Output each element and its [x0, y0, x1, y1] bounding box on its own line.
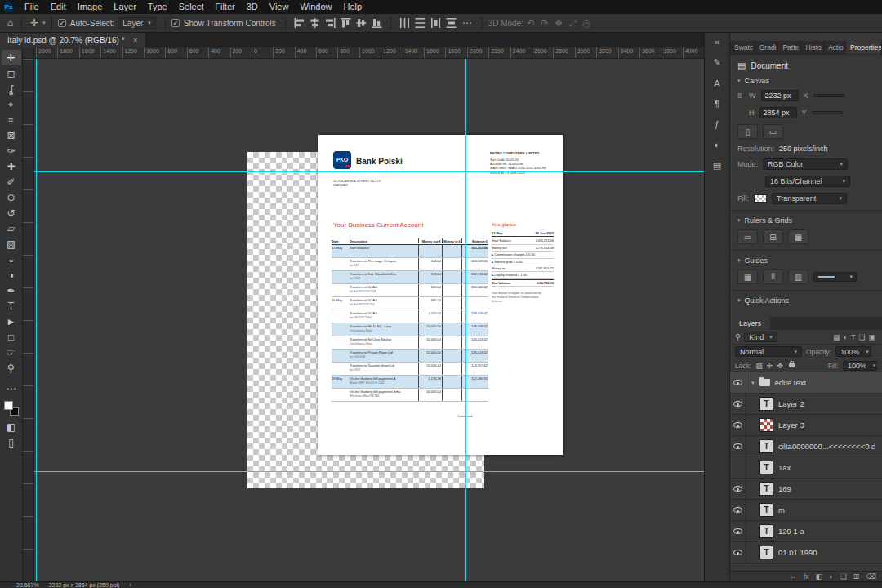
move-tool[interactable]: ✛ [2, 50, 21, 65]
move-tool-preset-icon[interactable]: ✛ [28, 17, 41, 29]
align-center-vertical-icon[interactable] [356, 18, 367, 28]
group-expand-icon[interactable]: ▾ [751, 380, 755, 386]
guides-section-header[interactable]: ▾ Guides [737, 256, 875, 265]
menu-item[interactable]: Window [294, 2, 337, 11]
layer-row[interactable]: T cilta0000000...<<<<<<<<0 d [730, 436, 882, 457]
visibility-toggle[interactable] [730, 500, 746, 520]
dodge-tool[interactable]: ◑ [2, 267, 21, 283]
delete-layer-icon[interactable]: ⌫ [866, 572, 876, 581]
gradient-tool[interactable]: ▧ [2, 236, 21, 252]
layers-tab[interactable]: Layers [730, 317, 770, 330]
lasso-tool[interactable]: ʆ [2, 81, 21, 96]
panel-tab[interactable]: Gradi [755, 41, 779, 54]
collapse-panels-icon[interactable]: « [715, 37, 719, 47]
align-left-icon[interactable] [294, 18, 305, 28]
layer-row[interactable]: T 169 [730, 479, 882, 500]
menu-item[interactable]: Edit [45, 2, 72, 11]
toggle-rulers-icon[interactable]: ▭ [737, 229, 758, 244]
panel-tab[interactable]: Swatc [730, 41, 755, 54]
landscape-orientation-icon[interactable]: ▭ [763, 124, 783, 139]
patterns-panel-icon[interactable]: ▤ [713, 160, 721, 171]
glyphs-panel-icon[interactable]: ƒ [715, 119, 719, 129]
align-bottom-icon[interactable] [372, 18, 382, 28]
y-field[interactable] [812, 111, 843, 114]
layer-row[interactable]: T 129 1 a [730, 521, 882, 542]
auto-select-checkbox[interactable]: ✓ [58, 19, 66, 27]
blur-tool[interactable]: ◒ [2, 252, 21, 267]
menu-item[interactable]: File [19, 2, 45, 11]
object-selection-tool[interactable]: ⌖ [2, 96, 21, 112]
filter-adjustment-layers-icon[interactable]: ◐ [841, 333, 849, 341]
filter-pixel-layers-icon[interactable]: ▦ [831, 333, 842, 341]
portrait-orientation-icon[interactable]: ▯ [737, 124, 758, 139]
home-icon[interactable]: ⌂ [5, 17, 16, 29]
lock-transparency-icon[interactable]: ▨ [755, 362, 763, 370]
toggle-grid-icon[interactable]: ⊞ [763, 229, 783, 244]
visibility-toggle[interactable] [730, 372, 746, 393]
guide-horizontal[interactable] [34, 471, 704, 472]
panel-tab[interactable]: Actio [824, 41, 846, 54]
type-tool[interactable]: T [2, 298, 21, 314]
menu-item[interactable]: Image [72, 2, 109, 11]
document-canvas[interactable]: PKO Bank Polski 15 PULAWSKA STREET/16-57… [318, 135, 564, 455]
menu-item[interactable]: View [264, 2, 295, 11]
color-mode-dropdown[interactable]: RGB Color▾ [763, 158, 848, 170]
clone-stamp-tool[interactable]: ⊙ [2, 189, 21, 205]
layer-row[interactable]: T 01.01.1990 [730, 542, 882, 564]
brush-settings-icon[interactable]: ✎ [713, 57, 720, 68]
rectangular-marquee-tool[interactable]: ◻ [2, 65, 21, 81]
menu-item[interactable]: Layer [108, 2, 142, 11]
character-panel-icon[interactable]: A [714, 78, 719, 88]
panel-tab[interactable]: Patte [778, 41, 801, 54]
close-icon[interactable]: × [133, 35, 138, 45]
history-brush-tool[interactable]: ↺ [2, 205, 21, 220]
distribute-horizontal-space-icon[interactable] [430, 18, 441, 28]
layer-effects-icon[interactable]: fx [804, 572, 809, 581]
lock-pixels-icon[interactable]: ✛ [767, 362, 773, 370]
guide-style-dropdown[interactable]: ▾ [813, 272, 858, 282]
link-dimensions-icon[interactable]: 8 [737, 91, 744, 100]
pen-tool[interactable]: ✒ [2, 283, 21, 298]
foreground-color-swatch[interactable] [4, 401, 13, 410]
opacity-dropdown[interactable]: 100%▾ [835, 346, 871, 357]
quick-actions-section-header[interactable]: ▾ Quick Actions [737, 296, 875, 305]
kind-filter-dropdown[interactable]: Kind▾ [744, 332, 777, 342]
frame-tool[interactable]: ⊠ [2, 127, 21, 143]
path-selection-tool[interactable]: ► [2, 314, 21, 329]
screen-mode-icon[interactable]: ▯ [2, 434, 21, 450]
menu-item[interactable]: 3D [241, 2, 264, 11]
more-options-icon[interactable]: ⋯ [459, 17, 476, 29]
show-transform-checkbox[interactable]: ✓ [172, 19, 180, 27]
layer-row[interactable]: T m [730, 500, 882, 521]
align-center-horizontal-icon[interactable] [310, 18, 320, 28]
brush-tool[interactable]: ✐ [2, 174, 21, 189]
crop-tool[interactable]: ⌗ [2, 112, 21, 127]
horizontal-ruler[interactable]: 2000180016001400120010008006004002000200… [34, 47, 704, 59]
canvas-viewport[interactable]: PKO Bank Polski 15 PULAWSKA STREET/16-57… [34, 59, 704, 581]
edit-toolbar-icon[interactable]: ⋯ [2, 381, 21, 396]
auto-select-dropdown[interactable]: Layer▾ [118, 17, 156, 29]
guides-horizontal-icon[interactable]: ▥ [788, 270, 808, 284]
blend-mode-dropdown[interactable]: Normal▾ [735, 346, 802, 357]
filter-shape-layers-icon[interactable]: ❏ [857, 333, 866, 341]
width-field[interactable]: 2232 px [761, 90, 799, 101]
visibility-toggle[interactable] [730, 457, 746, 478]
guide-vertical[interactable] [466, 59, 466, 581]
eraser-tool[interactable]: ▱ [2, 220, 21, 236]
adjustments-panel-icon[interactable]: ◐ [715, 140, 720, 149]
align-right-icon[interactable] [325, 18, 336, 28]
zoom-level[interactable]: 20.667% [16, 582, 39, 588]
height-field[interactable]: 2854 px [760, 107, 797, 118]
document-tab[interactable]: Italy id.psd @ 20.7% (RGB/16) * × [0, 33, 146, 47]
distribute-vertical-space-icon[interactable] [446, 18, 457, 28]
new-layer-icon[interactable]: ⊞ [853, 572, 860, 581]
menu-item[interactable]: Select [173, 2, 210, 11]
quick-mask-icon[interactable]: ◧ [2, 419, 21, 434]
layer-group-icon[interactable]: ❏ [840, 572, 847, 581]
visibility-toggle[interactable] [730, 479, 746, 499]
filter-type-layers-icon[interactable]: T [849, 333, 858, 341]
paragraph-panel-icon[interactable]: ¶ [715, 99, 719, 109]
healing-brush-tool[interactable]: ✚ [2, 158, 21, 174]
lock-position-icon[interactable]: ✥ [777, 362, 783, 370]
canvas-section-header[interactable]: ▾ Canvas [737, 77, 875, 85]
